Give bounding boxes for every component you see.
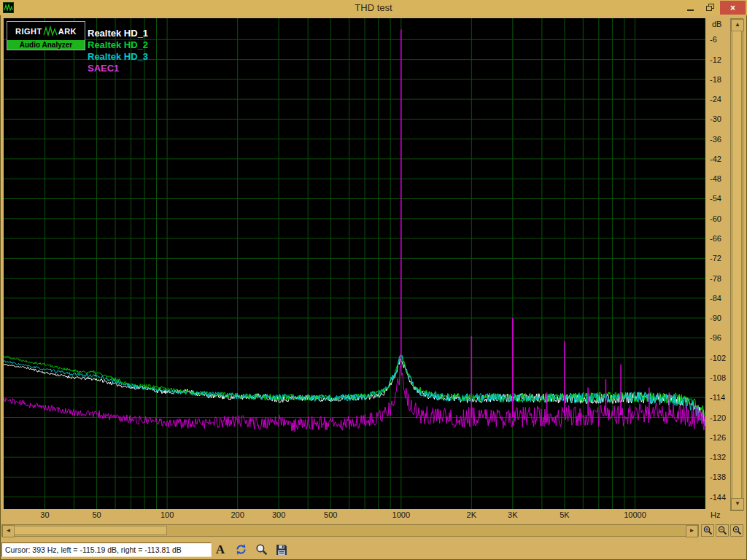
x-tick-label: 10000	[624, 510, 646, 519]
cursor-readout: Cursor: 393 Hz, left = -115.19 dB, right…	[1, 542, 212, 557]
y-tick-label: -102	[710, 354, 726, 362]
down-arrow-icon: ▼	[735, 500, 740, 507]
left-arrow-icon: ◄	[6, 527, 12, 534]
x-axis-unit: Hz	[711, 510, 720, 519]
logo-text-right: ARK	[58, 27, 77, 36]
titlebar[interactable]: THD test ×	[0, 0, 747, 15]
y-tick-label: -114	[710, 393, 725, 402]
y-tick-label: -42	[710, 155, 721, 163]
y-tick-label: -30	[710, 114, 721, 123]
zoom-in-icon	[703, 526, 713, 535]
x-tick-label: 200	[231, 510, 244, 519]
statusbar: Cursor: 393 Hz, left = -115.19 dB, right…	[0, 540, 747, 560]
refresh-icon	[235, 543, 247, 556]
legend-item: Realtek HD_3	[88, 51, 148, 63]
zoom-controls	[701, 524, 743, 537]
y-tick-label: -18	[710, 75, 721, 84]
x-tick-label: 3K	[508, 510, 517, 519]
x-tick-label: 2K	[467, 510, 476, 519]
scroll-up-button[interactable]: ▲	[731, 19, 744, 31]
y-tick-label: -120	[710, 413, 726, 422]
x-tick-label: 1000	[392, 510, 410, 519]
legend-item: Realtek HD_1	[88, 28, 148, 39]
y-tick-label: -12	[710, 55, 721, 64]
y-tick-label: -126	[710, 433, 726, 442]
y-tick-label: -24	[710, 95, 721, 104]
window-controls: ×	[681, 1, 746, 15]
x-tick-label: 100	[160, 510, 174, 519]
minimize-button[interactable]	[681, 1, 700, 15]
x-tick-label: 50	[92, 510, 101, 519]
restore-icon	[706, 4, 714, 12]
grid-lines	[4, 18, 705, 509]
logo-top: RIGHT ARK	[7, 22, 85, 40]
horizontal-scrollbar[interactable]: ◄ ►	[1, 524, 699, 537]
y-tick-label: -54	[710, 194, 721, 203]
app-window: THD test × RIGHT ARK Audio Analyzer	[0, 0, 747, 560]
y-tick-label: -144	[710, 493, 726, 502]
spectrum-canvas	[4, 18, 705, 509]
save-icon	[276, 544, 287, 556]
zoom-out-icon	[718, 526, 727, 535]
y-tick-label: -66	[710, 234, 721, 243]
vertical-scrollbar-thumb[interactable]	[732, 31, 742, 499]
x-axis-labels: 305010020030050010002K3K5K10000	[4, 510, 705, 521]
zoom-in-button[interactable]	[701, 524, 714, 537]
zoom-reset-icon	[732, 526, 742, 535]
x-tick-label: 5K	[560, 510, 569, 519]
y-tick-label: -108	[710, 373, 726, 382]
x-tick-label: 30	[40, 510, 49, 519]
y-tick-label: -72	[710, 254, 721, 262]
scroll-left-button[interactable]: ◄	[2, 525, 15, 537]
y-tick-label: -90	[710, 314, 721, 322]
legend-item: Realtek HD_2	[88, 39, 148, 51]
close-icon: ×	[730, 3, 735, 13]
close-button[interactable]: ×	[720, 1, 746, 15]
font-button[interactable]: A	[212, 541, 229, 558]
minimize-icon	[687, 9, 694, 11]
refresh-button[interactable]	[232, 541, 249, 558]
right-arrow-icon: ►	[689, 527, 695, 534]
logo-waveform-icon	[43, 26, 58, 37]
maximize-button[interactable]	[700, 1, 720, 15]
y-tick-label: -96	[710, 333, 721, 342]
logo-text-left: RIGHT	[15, 27, 42, 36]
zoom-reset-button[interactable]	[730, 524, 743, 537]
y-axis-labels: -6-12-18-24-30-36-42-48-54-60-66-72-78-8…	[708, 18, 730, 514]
horizontal-scrollbar-thumb[interactable]	[14, 526, 167, 535]
zoom-tool-button[interactable]	[252, 541, 270, 558]
y-tick-label: -138	[710, 472, 726, 481]
magnifier-icon	[255, 543, 268, 556]
font-icon: A	[216, 542, 225, 557]
y-tick-label: -78	[710, 274, 721, 283]
y-tick-label: -60	[710, 214, 721, 223]
x-tick-label: 500	[324, 510, 337, 519]
window-title: THD test	[0, 2, 747, 13]
legend-item: SAEC1	[88, 63, 148, 74]
scroll-down-button[interactable]: ▼	[731, 498, 744, 510]
y-tick-label: -6	[710, 35, 717, 44]
y-tick-label: -36	[710, 135, 721, 144]
y-tick-label: -132	[710, 453, 726, 462]
logo-subtitle: Audio Analyzer	[7, 40, 85, 50]
y-tick-label: -84	[710, 294, 721, 303]
legend: Realtek HD_1Realtek HD_2Realtek HD_3SAEC…	[88, 28, 148, 74]
up-arrow-icon: ▲	[735, 21, 740, 28]
x-tick-label: 300	[272, 510, 285, 519]
rightmark-logo: RIGHT ARK Audio Analyzer	[7, 21, 85, 50]
scroll-right-button[interactable]: ►	[686, 525, 698, 537]
spectrum-plot[interactable]: RIGHT ARK Audio Analyzer Realtek HD_1Rea…	[4, 18, 705, 509]
zoom-out-button[interactable]	[716, 524, 729, 537]
vertical-scrollbar[interactable]: ▲ ▼	[730, 18, 743, 511]
save-button[interactable]	[273, 541, 290, 558]
y-tick-label: -48	[710, 174, 721, 183]
